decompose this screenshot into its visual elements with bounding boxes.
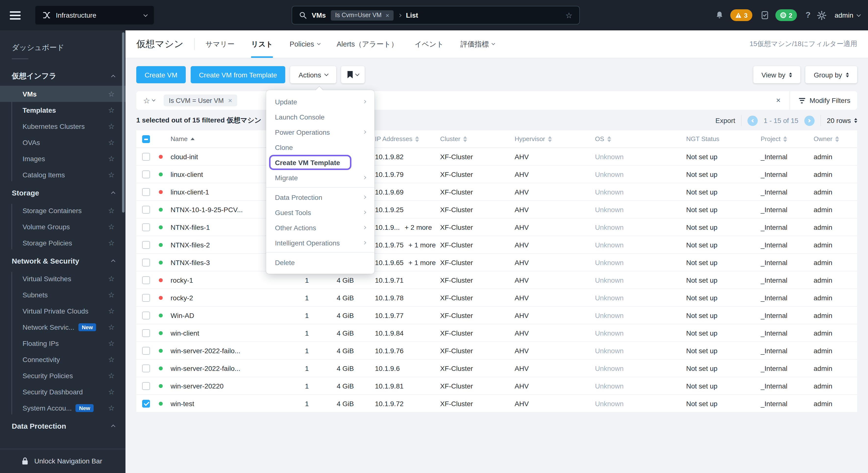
view-by-button[interactable]: View by [753,66,801,83]
tab-alerts[interactable]: Alerts（アラート） [337,30,398,58]
row-checkbox[interactable] [142,400,150,407]
row-checkbox[interactable] [142,382,150,390]
bookmark-button[interactable] [341,66,365,83]
rows-per-page-select[interactable]: 20 rows [827,117,857,124]
sidebar-item-security-dashboard[interactable]: Security Dashboard [0,384,125,400]
filter-applied-summary[interactable]: 15仮想マシン/18にフィルター適用 [750,40,857,49]
menu-item-data-protection[interactable]: Data Protection [266,190,374,205]
sidebar-item-floating-ips[interactable]: Floating IPs [0,335,125,351]
row-checkbox[interactable] [142,347,150,354]
row-checkbox[interactable] [142,329,150,337]
favorite-star-icon[interactable] [108,323,115,332]
search-filter-chip[interactable]: Is Cvm=User VM [331,10,394,20]
row-checkbox[interactable] [142,170,150,178]
global-search[interactable]: VMs Is Cvm=User VM List [291,6,580,25]
menu-item-update[interactable]: Update [266,94,374,109]
table-row-win-server-2022-failo[interactable]: win-server-2022-failo...14 GiB10.1.9.6XF… [136,359,857,377]
favorite-star-icon[interactable] [108,222,115,231]
table-row-win-client[interactable]: win-client14 GiB10.1.9.84XF-ClusterAHVUn… [136,324,857,342]
row-checkbox[interactable] [142,276,150,284]
table-row-rocky-2[interactable]: rocky-214 GiB10.1.9.78XF-ClusterAHVUnkno… [136,289,857,307]
unlock-navigation-bar[interactable]: Unlock Navigation Bar [0,448,125,473]
tasks-icon[interactable] [761,11,769,20]
row-checkbox[interactable] [142,206,150,213]
table-row-ntnx-files-3[interactable]: NTNX-files-314 GiB10.1.9.65+ 1 moreXF-Cl… [136,254,857,272]
sidebar-item-connectivity[interactable]: Connectivity [0,351,125,368]
favorite-star-icon[interactable] [108,290,115,299]
favorite-star-icon[interactable] [108,238,115,247]
column-header-ngt-status[interactable]: NGT Status [686,135,761,143]
sidebar-section-data-protection[interactable]: Data Protection [0,416,125,436]
column-header-owner[interactable]: Owner [814,135,857,143]
favorite-star-icon[interactable] [108,122,115,131]
menu-item-intelligent-operations[interactable]: Intelligent Operations [266,235,374,250]
table-row-linux-client-1[interactable]: linux-client-114 GiB10.1.9.69XF-ClusterA… [136,183,857,201]
actions-button[interactable]: Actions [290,66,336,83]
clear-filters-icon[interactable] [767,96,789,105]
tab-policies[interactable]: Policies [290,30,320,58]
export-button[interactable]: Export [715,117,735,124]
favorite-star-icon[interactable] [108,154,115,163]
alerts-badge[interactable]: 3 [730,9,752,21]
menu-item-delete[interactable]: Delete [266,255,374,270]
sidebar-item-ovas[interactable]: OVAs [0,134,125,150]
help-icon[interactable] [806,10,811,20]
vm-ip-more[interactable]: + 1 more [408,241,436,249]
row-checkbox[interactable] [142,241,150,249]
sidebar-item-storage-containers[interactable]: Storage Containers [0,202,125,219]
sidebar-item-system-accou[interactable]: System Accou...New [0,400,125,416]
close-icon[interactable] [228,96,232,104]
table-row-ntnx-files-2[interactable]: NTNX-files-214 GiB10.1.9.75+ 1 moreXF-Cl… [136,236,857,254]
tab-item[interactable]: サマリー [206,30,235,58]
favorite-star-icon[interactable] [108,307,115,315]
row-checkbox[interactable] [142,188,150,196]
table-row-win-test[interactable]: win-test14 GiB10.1.9.72XF-ClusterAHVUnkn… [136,395,857,412]
gear-icon[interactable] [817,10,826,20]
tasks-badge[interactable]: 2 [775,9,797,21]
menu-item-create-vm-template[interactable]: Create VM Template [266,155,374,170]
saved-filters-star-icon[interactable] [143,96,155,105]
sidebar-item-security-policies[interactable]: Security Policies [0,368,125,384]
table-row-win-ad[interactable]: Win-AD14 GiB10.1.9.77XF-ClusterAHVUnknow… [136,307,857,324]
sidebar-item-vms[interactable]: VMs [0,86,125,102]
select-all-checkbox[interactable] [142,135,150,143]
close-icon[interactable] [385,11,389,19]
group-by-button[interactable]: Group by [806,66,857,83]
table-row-rocky-1[interactable]: rocky-114 GiB10.1.9.71XF-ClusterAHVUnkno… [136,272,857,289]
table-row-win-server-2022-failo[interactable]: win-server-2022-failo...14 GiB10.1.9.76X… [136,342,857,359]
table-row-ntnx-files-1[interactable]: NTNX-files-114 GiB10.1.9...+ 2 moreXF-Cl… [136,219,857,236]
tab-item[interactable]: 評価指標 [461,30,495,58]
favorite-star-icon[interactable] [108,170,115,179]
sidebar-section-item[interactable]: 仮想インフラ [0,66,125,86]
row-checkbox[interactable] [142,258,150,266]
sidebar-section-network-security[interactable]: Network & Security [0,251,125,271]
sidebar-item-templates[interactable]: Templates [0,102,125,118]
favorite-star-icon[interactable] [108,339,115,348]
favorite-star-icon[interactable] [108,404,115,412]
favorite-star-icon[interactable] [565,10,572,20]
menu-item-guest-tools[interactable]: Guest Tools [266,205,374,220]
sidebar-item-catalog-items[interactable]: Catalog Items [0,166,125,183]
row-checkbox[interactable] [142,364,150,372]
user-menu[interactable]: admin [835,11,860,19]
column-header-hypervisor[interactable]: Hypervisor [515,135,595,143]
previous-page-button[interactable] [747,115,758,126]
table-row-ntnx-10-1-9-25-pcv[interactable]: NTNX-10-1-9-25-PCV...14 GiB10.1.9.25XF-C… [136,201,857,219]
menu-item-clone[interactable]: Clone [266,139,374,155]
menu-item-migrate[interactable]: Migrate [266,170,374,185]
column-header-project[interactable]: Project [761,135,814,143]
row-checkbox[interactable] [142,311,150,319]
sidebar-section-storage[interactable]: Storage [0,183,125,202]
sidebar-item-volume-groups[interactable]: Volume Groups [0,219,125,235]
row-checkbox[interactable] [142,294,150,302]
next-page-button[interactable] [804,115,814,126]
favorite-star-icon[interactable] [108,355,115,364]
menu-item-launch-console[interactable]: Launch Console [266,109,374,124]
row-checkbox[interactable] [142,153,150,160]
sidebar-scrollbar[interactable] [122,32,124,213]
menu-item-power-operations[interactable]: Power Operations [266,124,374,139]
favorite-star-icon[interactable] [108,206,115,215]
favorite-star-icon[interactable] [108,274,115,283]
favorite-star-icon[interactable] [108,89,115,98]
favorite-star-icon[interactable] [108,387,115,396]
